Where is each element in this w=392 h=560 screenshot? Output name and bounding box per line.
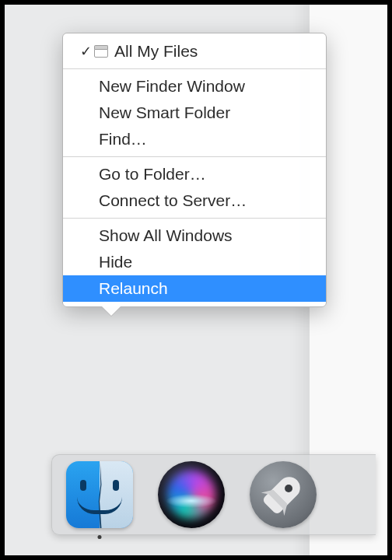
- menu-item-find[interactable]: Find…: [63, 126, 326, 152]
- menu-item-show-all-windows[interactable]: Show All Windows: [63, 222, 326, 249]
- dock-item-siri[interactable]: [158, 461, 225, 528]
- launchpad-icon: [250, 461, 317, 528]
- menu-pointer-icon: [102, 306, 121, 316]
- dock: [51, 454, 376, 535]
- menu-item-label: Show All Windows: [77, 226, 233, 245]
- menu-item-label: All My Files: [113, 42, 198, 61]
- menu-item-connect-to-server[interactable]: Connect to Server…: [63, 187, 326, 214]
- menu-item-new-finder-window[interactable]: New Finder Window: [63, 73, 326, 100]
- dock-item-finder[interactable]: [66, 461, 133, 528]
- menu-item-label: New Smart Folder: [77, 103, 230, 122]
- menu-item-label: Connect to Server…: [77, 191, 247, 210]
- menu-separator: [63, 156, 326, 157]
- menu-item-label: Find…: [77, 130, 147, 149]
- running-indicator-icon: [98, 535, 102, 539]
- menu-item-all-my-files[interactable]: ✓ All My Files: [63, 38, 326, 65]
- menu-item-relaunch[interactable]: Relaunch: [63, 275, 326, 302]
- finder-context-menu: ✓ All My Files New Finder Window New Sma…: [62, 33, 327, 307]
- menu-separator: [63, 68, 326, 69]
- siri-icon: [158, 461, 225, 528]
- menu-item-label: New Finder Window: [77, 77, 245, 96]
- dock-item-launchpad[interactable]: [250, 461, 317, 528]
- menu-item-go-to-folder[interactable]: Go to Folder…: [63, 161, 326, 187]
- finder-icon: [66, 461, 133, 528]
- menu-item-hide[interactable]: Hide: [63, 249, 326, 275]
- menu-item-new-smart-folder[interactable]: New Smart Folder: [63, 100, 326, 126]
- menu-separator: [63, 218, 326, 219]
- menu-item-label: Hide: [77, 253, 132, 271]
- menu-item-label: Relaunch: [77, 279, 168, 298]
- checkmark-icon: ✓: [77, 43, 94, 60]
- menu-item-label: Go to Folder…: [77, 165, 206, 184]
- finder-window-icon: [94, 45, 108, 58]
